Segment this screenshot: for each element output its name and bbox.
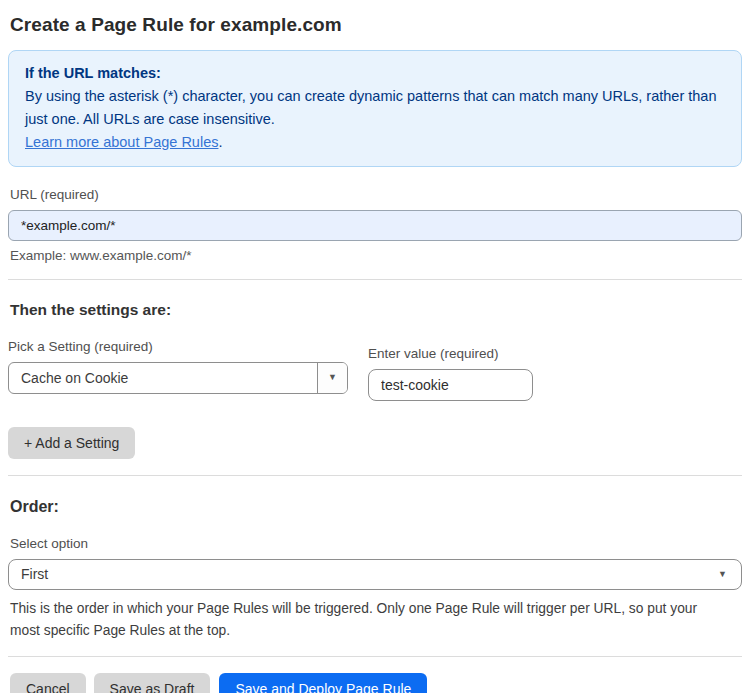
save-draft-button[interactable]: Save as Draft	[94, 673, 211, 693]
setting-value-input[interactable]	[368, 369, 533, 401]
chevron-down-icon: ▼	[718, 570, 727, 579]
settings-section-heading: Then the settings are:	[10, 301, 740, 319]
setting-picker-label: Pick a Setting (required)	[8, 339, 348, 354]
divider	[8, 279, 742, 280]
setting-picker-value: Cache on Cookie	[9, 363, 317, 393]
settings-row: Pick a Setting (required) Cache on Cooki…	[10, 319, 740, 401]
url-input[interactable]	[8, 210, 742, 241]
add-setting-button[interactable]: + Add a Setting	[8, 427, 135, 459]
order-select-value: First	[21, 566, 48, 582]
url-field-label: URL (required)	[10, 187, 740, 202]
url-match-info-box: If the URL matches: By using the asteris…	[8, 50, 742, 167]
setting-value-column: Enter value (required)	[368, 326, 533, 401]
cancel-button[interactable]: Cancel	[10, 673, 86, 693]
divider	[8, 475, 742, 476]
order-help-text: This is the order in which your Page Rul…	[10, 598, 730, 643]
order-select[interactable]: First ▼	[8, 559, 742, 590]
link-period: .	[218, 134, 222, 150]
info-box-link-line: Learn more about Page Rules.	[25, 131, 725, 154]
divider	[8, 656, 742, 657]
setting-picker-arrow-button[interactable]: ▼	[317, 363, 347, 393]
url-example-text: Example: www.example.com/*	[10, 248, 740, 263]
order-select-label: Select option	[10, 536, 740, 551]
chevron-down-icon: ▼	[328, 373, 337, 382]
info-box-heading: If the URL matches:	[25, 62, 725, 85]
setting-value-label: Enter value (required)	[368, 346, 533, 361]
setting-picker-select[interactable]: Cache on Cookie ▼	[8, 362, 348, 394]
footer-button-row: Cancel Save as Draft Save and Deploy Pag…	[10, 673, 740, 693]
save-deploy-button[interactable]: Save and Deploy Page Rule	[219, 673, 427, 693]
learn-more-link[interactable]: Learn more about Page Rules	[25, 134, 218, 150]
info-box-body: By using the asterisk (*) character, you…	[25, 85, 725, 131]
order-section-heading: Order:	[10, 498, 740, 516]
page-title: Create a Page Rule for example.com	[10, 14, 740, 36]
setting-picker-column: Pick a Setting (required) Cache on Cooki…	[8, 319, 348, 394]
